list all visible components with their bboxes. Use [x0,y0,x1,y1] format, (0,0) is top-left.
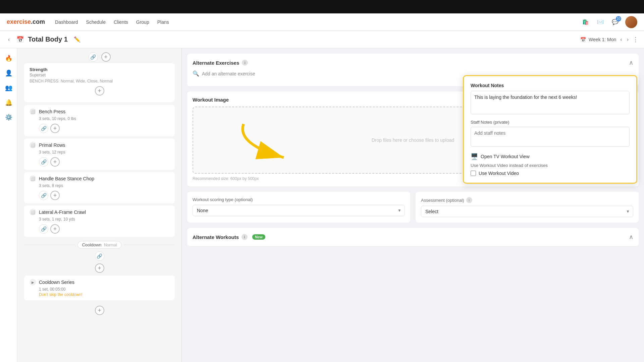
chop-link-btn[interactable]: 🔗 [39,191,48,200]
use-video-checkbox-row: Use Workout Video [471,171,630,176]
alt-workouts-section: Alternate Workouts i New ∧ [187,228,639,246]
drop-text: Drop files here or choose files to uploa… [372,137,454,143]
chop-name: Handle Base Stance Chop [39,176,94,181]
workout-title: Total Body 1 [28,36,68,43]
chop-actions: 🔗 + [39,191,169,200]
assessment-label: Assessment (optional) i [421,197,633,203]
new-badge: New [252,234,265,240]
cooldown-hint: Don't skip the cooldown! [39,292,169,297]
cooldown-series-item: ▶ Cooldown Series 1 set, 00:05:00 Don't … [24,276,175,300]
sidebar-settings-icon[interactable]: ⚙️ [3,111,15,123]
nav-links: Dashboard Schedule Clients Group Plans [55,19,169,25]
assessment-card: Assessment (optional) i Select ▼ [416,192,639,223]
calendar-icon[interactable]: 📅 [16,36,24,43]
mail-icon[interactable]: ✉️ [596,17,605,27]
week-prev-button[interactable]: ‹ [619,35,623,44]
crawl-link-btn[interactable]: 🔗 [39,224,48,234]
alt-workouts-info-icon[interactable]: i [241,234,248,240]
staff-notes-textarea[interactable] [471,127,630,147]
nav-plans[interactable]: Plans [157,19,169,25]
exercise-item: ⬜ Handle Base Stance Chop 3 sets, 8 reps… [24,172,175,203]
cooldown-label: Cooldown [82,242,101,247]
sidebar-group-icon[interactable]: 👥 [3,82,15,94]
bench-link-btn[interactable]: 🔗 [39,124,48,133]
alt-workouts-collapse-btn[interactable]: ∧ [629,233,633,241]
week-nav: ‹ › [619,35,630,44]
crawl-add-btn[interactable]: + [50,224,60,234]
sidebar-bell-icon[interactable]: 🔔 [3,97,15,109]
nav-clients[interactable]: Clients [114,19,128,25]
cooldown-section-header: Cooldown Normal [24,241,175,249]
sidebar-person-icon[interactable]: 👤 [3,67,15,79]
use-video-checkbox[interactable] [471,171,476,176]
primal-add-btn[interactable]: + [50,157,60,167]
alt-workouts-title-row: Alternate Workouts i New ∧ [193,233,633,241]
shopping-icon[interactable]: 🛍️ [581,17,590,27]
exercise-header: ⬜ Handle Base Stance Chop [30,175,169,182]
crawl-icon: ⬜ [30,209,36,216]
nav-schedule[interactable]: Schedule [86,19,106,25]
strength-group: Strength Superset BENCH PRESS: Normal, W… [24,63,175,102]
primal-name: Primal Rows [39,142,65,148]
cooldown-series-icon: ▶ [30,279,36,286]
cooldown-add-btn[interactable]: + [95,263,104,273]
chop-add-btn[interactable]: + [50,191,60,200]
add-to-strength[interactable]: + [95,86,104,96]
cooldown-link-btn[interactable]: 🔗 [95,251,104,261]
tv-icon: 🖥️ [471,153,478,160]
cooldown-tag: Cooldown Normal [77,241,121,249]
divider-left [24,245,75,245]
workout-panel-inner: Strength Superset BENCH PRESS: Normal, W… [17,63,181,324]
logo[interactable]: exercise.com [7,18,45,25]
exercise-item: ⬜ Bench Press 3 sets, 10 reps, 0 lbs 🔗 + [24,105,175,136]
scoring-select[interactable]: None [193,205,405,216]
tv-label: Open TV Workout View [481,154,530,159]
user-avatar[interactable] [625,16,637,28]
sub-nav: ‹ 📅 Total Body 1 ✏️ 📅 Week 1: Mon ‹ › ⋮ [0,31,644,48]
more-options-button[interactable]: ⋮ [633,36,639,43]
cooldown-normal: Normal [104,243,117,247]
exercise-header: ⬜ Lateral A-Frame Crawl [30,209,169,216]
exercise-item: ⬜ Lateral A-Frame Crawl 3 sets, 1 rep, 1… [24,205,175,237]
workout-panel: 🔗 + Strength Superset BENCH PRESS: Norma… [17,48,182,362]
crawl-actions: 🔗 + [39,224,169,234]
calendar-small-icon: 📅 [580,37,586,42]
link-btn-top[interactable]: 🔗 [89,52,98,62]
bench-press-icon: ⬜ [30,108,36,115]
scoring-row: Workout scoring type (optional) None ▼ A… [187,192,639,223]
week-next-button[interactable]: › [626,35,630,44]
superset-label: Superset [30,73,169,77]
assessment-select-wrapper: Select ▼ [421,206,633,217]
sidebar-home-icon[interactable]: 🔥 [3,52,15,64]
bench-press-detail: BENCH PRESS: Normal, Wide, Close, Normal [30,79,169,83]
week-label: 📅 Week 1: Mon ‹ › ⋮ [580,35,639,44]
add-btn-top[interactable]: + [101,52,111,62]
cooldown-series-name: Cooldown Series [39,280,74,285]
scoring-card: Workout scoring type (optional) None ▼ [187,192,410,223]
workout-notes-textarea[interactable]: This is laying the foundation for the ne… [471,91,630,114]
staff-notes-label: Staff Notes (private) [471,120,630,125]
cooldown-series-header: ▶ Cooldown Series [30,279,169,286]
nav-dashboard[interactable]: Dashboard [55,19,78,25]
edit-icon[interactable]: ✏️ [74,36,80,43]
alt-exercises-title-row: Alternate Exercises i ∧ [193,59,633,66]
bench-press-detail-text: 3 sets, 10 reps, 0 lbs [39,116,169,121]
assessment-select[interactable]: Select [421,206,633,217]
alt-workouts-title: Alternate Workouts i New [193,234,265,240]
search-icon: 🔍 [193,70,199,77]
bench-add-btn[interactable]: + [50,124,60,133]
back-button[interactable]: ‹ [5,35,12,44]
use-video-label: Use Workout Video instead of exercises [471,163,630,168]
assessment-info-icon[interactable]: i [466,197,472,203]
bench-press-name: Bench Press [39,109,65,114]
crawl-detail: 3 sets, 1 rep, 10 yds [39,217,169,222]
chat-icon[interactable]: 💬 10 [610,17,620,27]
alt-exercises-collapse-btn[interactable]: ∧ [629,59,633,66]
tv-row: 🖥️ Open TV Workout View [471,153,630,160]
alt-exercises-info-icon[interactable]: i [242,60,248,66]
workout-notes-panel: Workout Notes This is laying the foundat… [463,75,637,184]
alt-exercises-label: Alternate Exercises [193,60,239,66]
nav-group[interactable]: Group [136,19,149,25]
add-exercise-bottom[interactable]: + [95,306,104,315]
primal-link-btn[interactable]: 🔗 [39,157,48,167]
